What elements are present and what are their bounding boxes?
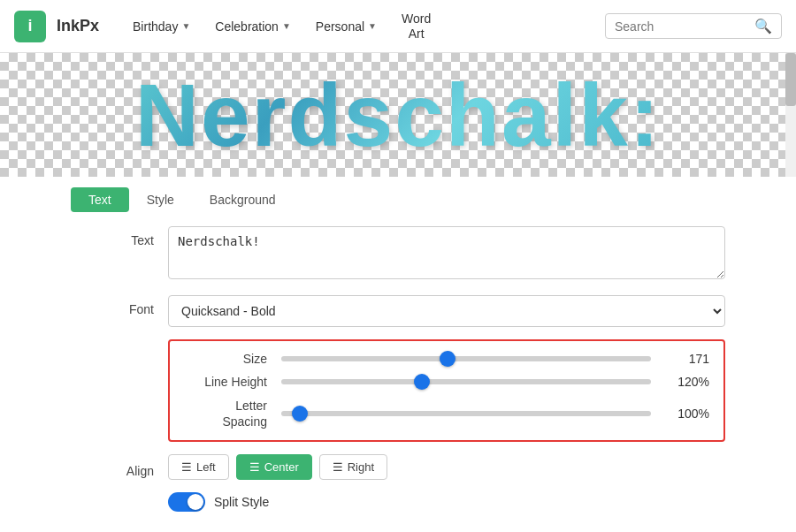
logo-name: InkPx (57, 17, 99, 35)
align-buttons: ☰ Left ☰ Center ☰ Right (168, 454, 391, 480)
nav-word-art[interactable]: Word Art (393, 8, 440, 45)
align-center-label: Center (264, 460, 299, 474)
align-left-label: Left (196, 460, 216, 474)
align-left-button[interactable]: ☰ Left (168, 454, 229, 480)
nav-personal[interactable]: Personal ▼ (307, 14, 386, 39)
font-field-control: Quicksand - Bold (168, 295, 725, 327)
search-icon[interactable]: 🔍 (754, 18, 772, 34)
text-field-label: Text (71, 226, 168, 247)
size-slider-thumb[interactable] (440, 351, 455, 367)
font-field-label: Font (71, 295, 168, 316)
align-label: Align (71, 457, 168, 478)
align-row: Align ☰ Left ☰ Center ☰ Right (71, 454, 725, 480)
align-right-label: Right (348, 460, 374, 474)
chevron-down-icon: ▼ (368, 21, 377, 31)
align-center-icon: ☰ (249, 460, 260, 474)
header: i InkPx Birthday ▼ Celebration ▼ Persona… (0, 0, 796, 53)
nav-birthday[interactable]: Birthday ▼ (124, 14, 199, 39)
nav-personal-label: Personal (316, 19, 364, 34)
sliders-box: Size 171 Line Height 120% Letter Spacing (168, 339, 725, 442)
scrollbar-track[interactable] (785, 53, 796, 177)
nav-celebration-label: Celebration (215, 19, 279, 34)
size-value: 171 (665, 352, 709, 366)
search-box[interactable]: 🔍 (605, 13, 782, 39)
search-input[interactable] (615, 19, 754, 34)
line-height-value: 120% (665, 375, 709, 389)
align-center-button[interactable]: ☰ Center (236, 454, 312, 480)
line-height-label: Line Height (184, 375, 281, 389)
nav-birthday-label: Birthday (133, 19, 178, 34)
text-row: Text Nerdschalk! (71, 226, 725, 283)
canvas-text: Nerdschalk: (135, 65, 661, 166)
split-style-toggle[interactable] (168, 492, 205, 512)
chevron-down-icon: ▼ (181, 21, 190, 31)
letter-spacing-slider-thumb[interactable] (292, 406, 308, 422)
align-left-icon: ☰ (181, 460, 192, 474)
toggle-thumb (188, 494, 203, 510)
letter-spacing-label: Letter Spacing (184, 398, 281, 429)
size-slider-track (281, 356, 651, 361)
scrollbar-thumb[interactable] (785, 53, 796, 106)
nav-word-art-label1: Word (402, 11, 431, 27)
size-slider-row: Size 171 (184, 352, 709, 366)
tab-background[interactable]: Background (192, 187, 294, 212)
split-style-row: Split Style (168, 492, 725, 512)
line-height-slider-thumb[interactable] (414, 374, 430, 390)
letter-spacing-slider-row: Letter Spacing 100% (184, 398, 709, 429)
letter-spacing-value: 100% (665, 407, 709, 421)
nav-celebration[interactable]: Celebration ▼ (206, 14, 300, 39)
letter-spacing-slider-track (281, 411, 651, 416)
split-style-label: Split Style (214, 495, 269, 509)
font-row: Font Quicksand - Bold (71, 295, 725, 327)
tabs: Text Style Background (71, 187, 725, 212)
line-height-slider-track (281, 379, 651, 384)
align-right-button[interactable]: ☰ Right (319, 454, 387, 480)
text-input[interactable]: Nerdschalk! (168, 226, 725, 279)
tab-text[interactable]: Text (71, 187, 129, 212)
size-label: Size (184, 352, 281, 366)
font-select[interactable]: Quicksand - Bold (168, 295, 725, 327)
canvas-preview: Nerdschalk: (0, 53, 796, 177)
logo-icon: i (14, 11, 46, 42)
panel: Text Style Background Text Nerdschalk! F… (0, 187, 796, 512)
tab-style[interactable]: Style (129, 187, 192, 212)
line-height-slider-row: Line Height 120% (184, 375, 709, 389)
align-right-icon: ☰ (333, 460, 343, 474)
nav-word-art-label2: Art (409, 27, 425, 42)
text-field-control: Nerdschalk! (168, 226, 725, 283)
chevron-down-icon: ▼ (282, 21, 291, 31)
